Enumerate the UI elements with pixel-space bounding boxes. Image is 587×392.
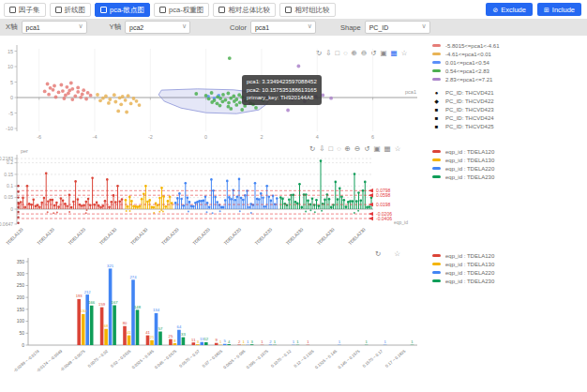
- bar-value-labels: 1931302121661596832116780412741484121134…: [76, 264, 414, 344]
- legend-item[interactable]: eqp_id : TDELA120: [432, 147, 582, 156]
- svg-text:eqp_id: eqp_id: [394, 219, 408, 225]
- lollipop-grid: [17, 158, 373, 198]
- histogram-chart[interactable]: 0501001502002503003501931302121661596832…: [0, 247, 427, 387]
- svg-text:1: 1: [307, 339, 309, 344]
- chart-control-bar: X轴 pca1 ∨ Y轴 pca2 ∨ Color pca1 ∨ Shape P…: [0, 19, 587, 36]
- y-axis-select[interactable]: pca2 ∨: [125, 21, 190, 34]
- svg-text:1: 1: [366, 339, 369, 344]
- svg-text:300: 300: [17, 271, 25, 277]
- tab-label: 折线图: [65, 6, 86, 15]
- x-axis-control: X轴 pca1 ∨: [6, 21, 87, 34]
- legend-item[interactable]: eqp_id : TDELA220: [432, 164, 582, 173]
- exclude-icon: ⊘: [492, 7, 498, 13]
- svg-text:-5: -5: [8, 111, 13, 116]
- scatter-series-1[interactable]: [96, 93, 141, 113]
- svg-text:150: 150: [17, 307, 25, 312]
- pca-scatter-icon: [100, 7, 107, 13]
- svg-text:148: 148: [134, 305, 142, 309]
- legend-swatch: [432, 271, 441, 274]
- svg-text:TDELA130: TDELA130: [98, 227, 117, 246]
- pca-scatter-chart[interactable]: 151050-5-10-6-4-20246pca1: [0, 38, 427, 145]
- tooltip-pca1: pca1: 3.3349423597088452: [247, 78, 317, 86]
- legend-item[interactable]: -5.8015<=pca1<-4.61: [432, 41, 582, 50]
- svg-text:166: 166: [88, 300, 96, 305]
- svg-text:0.145 ~ 0.1575: 0.145 ~ 0.1575: [337, 349, 361, 370]
- color-label: Color: [230, 23, 247, 32]
- include-button[interactable]: ⊞ Include: [537, 3, 581, 16]
- legend-item[interactable]: eqp_id : TDELA220: [432, 268, 582, 277]
- legend-item[interactable]: 2.83<=pca1<=7.21: [432, 75, 582, 83]
- svg-text:159: 159: [98, 302, 106, 307]
- legend-item[interactable]: eqp_id : TDELA130: [432, 156, 582, 164]
- legend-shape-icon: ◆: [432, 98, 441, 104]
- legend-item[interactable]: ◆PC_ID: THCVD422: [432, 97, 582, 105]
- tab-relative-overall-compare[interactable]: 相对总体比较: [213, 3, 276, 17]
- legend-item[interactable]: ■PC_ID: THCVD423: [432, 105, 582, 113]
- legend-item[interactable]: eqp_id : TDELA230: [432, 277, 582, 285]
- svg-text:4: 4: [228, 339, 231, 344]
- histogram-axes: 050100150200250300350: [17, 258, 417, 348]
- legend-label: -4.61<=pca1<0.01: [445, 52, 491, 57]
- y-axis-select-value: pca2: [129, 24, 143, 31]
- y-axis-control: Y轴 pca2 ∨: [110, 21, 191, 34]
- svg-text:3: 3: [250, 339, 253, 344]
- svg-text:TDELA120: TDELA120: [6, 227, 24, 246]
- tab-pca-weight[interactable]: pca-权重图: [154, 3, 209, 17]
- tab-line-chart[interactable]: 折线图: [50, 3, 92, 17]
- line-chart-icon: [55, 7, 62, 13]
- histogram-legend: eqp_id : TDELA120eqp_id : TDELA130eqp_id…: [432, 251, 582, 285]
- tab-pca-scatter[interactable]: pca-散点图: [95, 3, 150, 17]
- legend-label: PC_ID: THCVD421: [445, 90, 494, 96]
- svg-text:TDELA220: TDELA220: [223, 227, 242, 246]
- svg-text:-10: -10: [6, 126, 13, 131]
- svg-text:0.1075 ~ 0.12: 0.1075 ~ 0.12: [270, 349, 293, 369]
- svg-text:TDELA230: TDELA230: [348, 227, 367, 246]
- scatter-legend: -5.8015<=pca1<-4.61-4.61<=pca1<0.010.01<…: [432, 41, 582, 130]
- legend-item[interactable]: ■PC_ID: THCVD425: [432, 122, 582, 130]
- svg-text:8: 8: [173, 339, 176, 343]
- action-buttons: ⊘ Exclude ⊞ Include: [486, 3, 581, 16]
- svg-text:64: 64: [177, 324, 182, 329]
- tab-relative-group-compare[interactable]: 相对组比较: [279, 3, 336, 17]
- legend-item[interactable]: -4.61<=pca1<0.01: [432, 50, 582, 58]
- svg-text:193: 193: [76, 294, 83, 298]
- color-select[interactable]: pca1 ∨: [250, 21, 316, 34]
- legend-label: 2.83<=pca1<=7.21: [445, 77, 492, 83]
- legend-item[interactable]: ●PC_ID: THCVD421: [432, 88, 582, 97]
- lollipop-axes: 0.21830.20.150.10.050-0.0647per: [0, 148, 373, 227]
- svg-text:1: 1: [296, 339, 299, 344]
- svg-text:57: 57: [158, 326, 163, 331]
- shape-select[interactable]: PC_ID ∨: [365, 21, 430, 34]
- legend-label: eqp_id : TDELA220: [445, 166, 494, 172]
- scatter-series-0[interactable]: [43, 82, 93, 101]
- legend-item[interactable]: 0.54<=pca1<2.83: [432, 67, 582, 75]
- svg-text:1: 1: [339, 339, 341, 344]
- lollipop-section-0[interactable]: [18, 172, 124, 214]
- legend-item[interactable]: eqp_id : TDELA120: [432, 251, 582, 260]
- legend-swatch: [432, 167, 441, 170]
- svg-text:10: 10: [8, 64, 13, 69]
- legend-item[interactable]: 0.01<=pca1<0.54: [432, 58, 582, 67]
- svg-text:per: per: [21, 148, 28, 154]
- svg-text:6: 6: [371, 134, 374, 140]
- legend-swatch: [432, 61, 441, 64]
- svg-text:-0.0647: -0.0647: [0, 221, 13, 227]
- svg-text:1: 1: [261, 339, 263, 344]
- legend-label: eqp_id : TDELA120: [445, 149, 494, 155]
- lollipop-section-2[interactable]: [174, 178, 278, 215]
- svg-text:130: 130: [80, 309, 87, 313]
- legend-item[interactable]: eqp_id : TDELA230: [432, 173, 582, 181]
- svg-text:1: 1: [247, 339, 249, 344]
- svg-text:TDELA130: TDELA130: [129, 227, 148, 246]
- exclude-button[interactable]: ⊘ Exclude: [486, 3, 533, 16]
- legend-item[interactable]: eqp_id : TDELA130: [432, 260, 582, 268]
- legend-item[interactable]: ■PC_ID: THCVD424: [432, 113, 582, 122]
- pca-weight-icon: [159, 7, 166, 13]
- tab-factor-set[interactable]: 因子集: [4, 3, 46, 17]
- svg-text:212: 212: [84, 290, 92, 294]
- x-axis-select[interactable]: pca1 ∨: [22, 21, 87, 34]
- chevron-down-icon: ∨: [422, 23, 427, 30]
- legend-swatch: [432, 254, 441, 257]
- lollipop-section-3[interactable]: [279, 159, 372, 214]
- per-lollipop-chart[interactable]: 0.21830.20.150.10.050-0.0647per0.07980.0…: [0, 145, 427, 247]
